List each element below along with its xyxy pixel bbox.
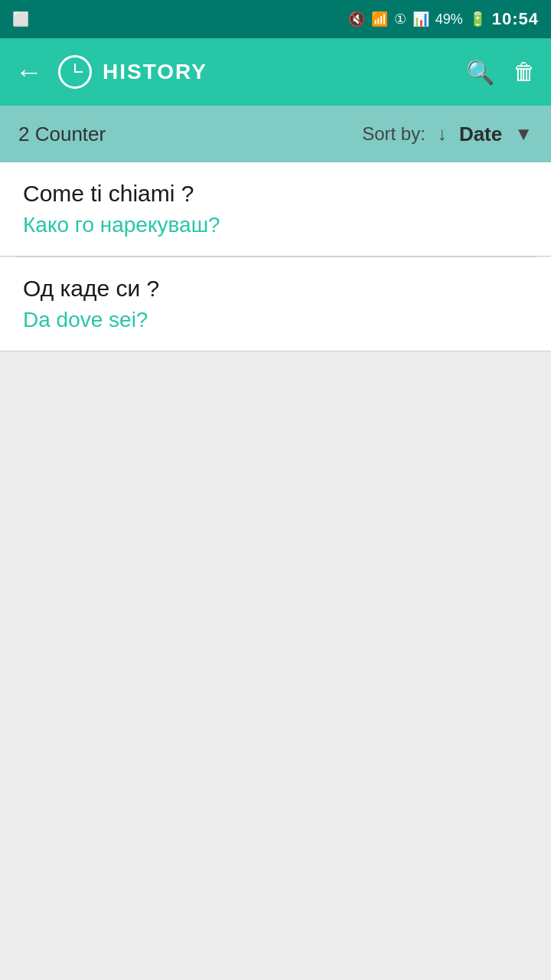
app-bar-actions: 🔍 🗑 [466, 59, 536, 86]
counter-text: 2 Counter [18, 122, 350, 146]
sim-icon: ① [394, 11, 406, 28]
status-right: 🔇 📶 ① 📊 49% 🔋 10:54 [348, 9, 539, 29]
list-item[interactable]: Од каде си ? Da dove sei? [0, 257, 551, 351]
original-text: Од каде си ? [23, 276, 528, 302]
original-text: Come ti chiami ? [23, 181, 528, 207]
history-list: Come ti chiami ? Како го нарекуваш? Од к… [0, 162, 551, 980]
list-item[interactable]: Come ti chiami ? Како го нарекуваш? [0, 162, 551, 256]
delete-button[interactable]: 🗑 [513, 59, 536, 85]
search-button[interactable]: 🔍 [466, 59, 494, 86]
sort-bar: 2 Counter Sort by: ↓ Date ▼ [0, 106, 551, 162]
back-button[interactable]: ← [15, 56, 43, 88]
translated-text: Da dove sei? [23, 308, 528, 332]
app-bar-title: HISTORY [103, 60, 207, 84]
battery-percent: 49% [435, 11, 463, 28]
translated-text: Како го нарекуваш? [23, 213, 528, 237]
status-time: 10:54 [492, 9, 539, 29]
clock-icon [58, 55, 92, 89]
dropdown-arrow-icon[interactable]: ▼ [514, 123, 533, 145]
app-bar: ← HISTORY 🔍 🗑 [0, 38, 551, 106]
screenshot-icon: ⬜ [12, 11, 29, 28]
mute-icon: 🔇 [348, 11, 365, 28]
wifi-icon: 📶 [371, 11, 388, 28]
sort-direction-icon: ↓ [438, 123, 447, 145]
status-bar: ⬜ 🔇 📶 ① 📊 49% 🔋 10:54 [0, 0, 551, 38]
sort-label: Sort by: [362, 123, 425, 145]
app-bar-title-group: HISTORY [58, 55, 451, 89]
battery-icon: 🔋 [469, 11, 486, 28]
status-left: ⬜ [12, 11, 29, 28]
sort-value: Date [459, 122, 502, 146]
signal-icon: 📊 [412, 11, 429, 28]
